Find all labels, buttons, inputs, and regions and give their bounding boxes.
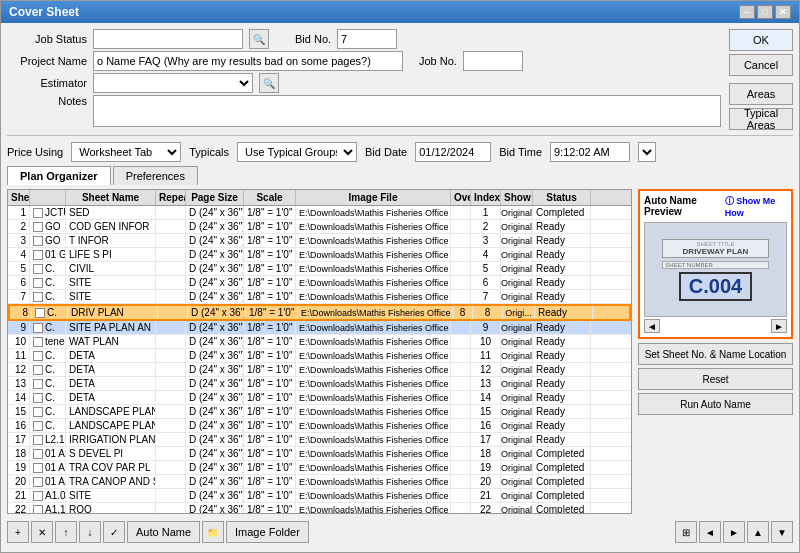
table-row[interactable]: 2 GO COD GEN INFOR D (24" x 36") 1/8" = … [8,220,631,234]
check-button[interactable]: ✓ [103,521,125,543]
cell-show: Original [501,290,533,303]
sheet-icon [33,449,43,459]
table-row[interactable]: 16 C. LANDSCAPE PLAN D (24" x 36") 1/8" … [8,419,631,433]
scroll-up-button[interactable]: ▲ [747,521,769,543]
cell-ove [451,234,471,247]
scroll-down-button[interactable]: ▼ [771,521,793,543]
price-using-select[interactable]: Worksheet Tab [71,142,181,162]
cell-name: IRRIGATION PLAN [66,433,156,446]
table-row[interactable]: 3 GO T INFOR D (24" x 36") 1/8" = 1'0" E… [8,234,631,248]
add-button[interactable]: + [7,521,29,543]
cell-num: 16 [8,419,30,432]
bid-time-ampm-select[interactable] [638,142,656,162]
table-row[interactable]: 7 C. SITE D (24" x 36") 1/8" = 1'0" E:\D… [8,290,631,304]
reset-button[interactable]: Reset [638,368,793,390]
cell-page: D (24" x 36") [186,447,244,460]
estimator-search-button[interactable]: 🔍 [259,73,279,93]
table-row[interactable]: 18 01 AS S DEVEL PI D (24" x 36") 1/8" =… [8,447,631,461]
down-button[interactable]: ↓ [79,521,101,543]
cell-rep [156,335,186,348]
sheet-icon [33,323,43,333]
auto-name-button[interactable]: Auto Name [127,521,200,543]
table-row[interactable]: 12 C. DETA D (24" x 36") 1/8" = 1'0" E:\… [8,363,631,377]
table-row[interactable]: 20 01 AS TRA CANOP AND SI D (24" x 36") … [8,475,631,489]
tab-plan-organizer[interactable]: Plan Organizer [7,166,111,185]
cancel-button[interactable]: Cancel [729,54,793,76]
main-content: OK Cancel Areas Typical Areas Job Status… [1,23,799,552]
cell-status: Ready [533,220,591,233]
table-row[interactable]: 8 C. DRIV PLAN D (24" x 36") 1/8" = 1'0"… [8,304,631,321]
cell-image: E:\Downloads\Mathis Fisheries Office 1.p… [296,234,451,247]
run-auto-name-button[interactable]: Run Auto Name [638,393,793,415]
cell-index: 20 [471,475,501,488]
image-folder-button[interactable]: Image Folder [226,521,309,543]
estimator-select[interactable] [93,73,253,93]
close-button[interactable]: ✕ [775,5,791,19]
table-row[interactable]: 4 01 GO LIFE S PI D (24" x 36") 1/8" = 1… [8,248,631,262]
sheet-icon [33,264,43,274]
cell-rep [156,461,186,474]
sheet-icon [35,308,45,318]
cell-sheet: C. [32,306,68,319]
scroll-right-button[interactable]: ► [723,521,745,543]
ok-button[interactable]: OK [729,29,793,51]
table-row[interactable]: 15 C. LANDSCAPE PLAN D (24" x 36") 1/8" … [8,405,631,419]
cell-scale: 1/8" = 1'0" [244,349,296,362]
cell-page: D (24" x 36") [186,206,244,219]
job-no-input[interactable] [463,51,523,71]
maximize-button[interactable]: □ [757,5,773,19]
cell-num: 8 [10,306,32,319]
bid-no-input[interactable] [337,29,397,49]
job-status-search-button[interactable]: 🔍 [249,29,269,49]
up-button[interactable]: ↑ [55,521,77,543]
table-row[interactable]: 19 01 AS TRA COV PAR PL D (24" x 36") 1/… [8,461,631,475]
table-row[interactable]: 14 C. DETA D (24" x 36") 1/8" = 1'0" E:\… [8,391,631,405]
preview-next-button[interactable]: ► [771,319,787,333]
table-row[interactable]: 5 C. CIVIL D (24" x 36") 1/8" = 1'0" E:\… [8,262,631,276]
cell-num: 19 [8,461,30,474]
col-header-num: Sheet No. [8,190,30,205]
areas-button[interactable]: Areas [729,83,793,105]
price-section: Price Using Worksheet Tab Typicals Use T… [7,142,793,162]
cell-scale: 1/8" = 1'0" [244,391,296,404]
cell-image: E:\Downloads\Mathis Fisheries Office 1.p… [298,306,453,319]
set-sheet-button[interactable]: Set Sheet No. & Name Location [638,343,793,365]
folder-icon-button[interactable]: 📁 [202,521,224,543]
scroll-left-button[interactable]: ◄ [699,521,721,543]
zoom-fit-button[interactable]: ⊞ [675,521,697,543]
bid-time-input[interactable] [550,142,630,162]
cell-show: Original [501,475,533,488]
table-row[interactable]: 21 A1.0 SITE D (24" x 36") 1/8" = 1'0" E… [8,489,631,503]
cell-rep [156,276,186,289]
table-row[interactable]: 6 C. SITE D (24" x 36") 1/8" = 1'0" E:\D… [8,276,631,290]
typicals-select[interactable]: Use Typical Groups [237,142,357,162]
cell-image: E:\Downloads\Mathis Fisheries Office 1.p… [296,475,451,488]
cell-sheet: C. [30,391,66,404]
sheet-icon [33,435,43,445]
cell-ove [451,335,471,348]
bid-date-input[interactable] [415,142,491,162]
delete-button[interactable]: ✕ [31,521,53,543]
show-me-how-link[interactable]: ⓘ Show Me How [725,195,787,218]
table-row[interactable]: 10 tened WAT PLAN D (24" x 36") 1/8" = 1… [8,335,631,349]
col-header-sheet [30,190,66,205]
table-row[interactable]: 22 A1.1 ROO D (24" x 36") 1/8" = 1'0" E:… [8,503,631,513]
tab-preferences[interactable]: Preferences [113,166,198,185]
col-header-rep: Repeats [156,190,186,205]
table-row[interactable]: 11 C. DETA D (24" x 36") 1/8" = 1'0" E:\… [8,349,631,363]
cell-sheet: GO [30,220,66,233]
cell-status: Ready [533,335,591,348]
table-row[interactable]: 17 L2.1 IRRIGATION PLAN D (24" x 36") 1/… [8,433,631,447]
job-status-input[interactable] [93,29,243,49]
notes-input[interactable] [93,95,721,127]
table-row[interactable]: 9 C. SITE PA PLAN AN D (24" x 36") 1/8" … [8,321,631,335]
minimize-button[interactable]: ─ [739,5,755,19]
sheet-icon [33,351,43,361]
table-row[interactable]: 13 C. DETA D (24" x 36") 1/8" = 1'0" E:\… [8,377,631,391]
preview-prev-button[interactable]: ◄ [644,319,660,333]
table-row[interactable]: 1 JCTU SED D (24" x 36") 1/8" = 1'0" E:\… [8,206,631,220]
typical-areas-button[interactable]: Typical Areas [729,108,793,130]
preview-title-label: Auto Name Preview [644,195,725,218]
cell-num: 3 [8,234,30,247]
project-name-input[interactable] [93,51,403,71]
